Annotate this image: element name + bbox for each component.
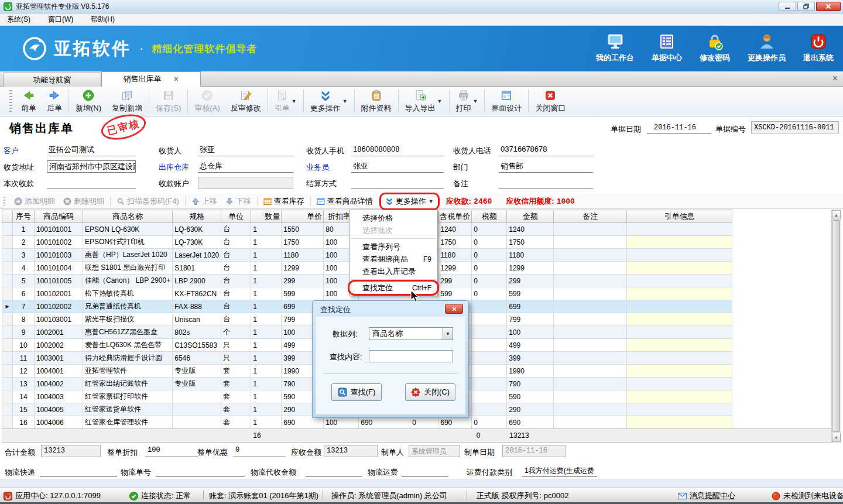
tab-close-icon[interactable] [173, 76, 179, 82]
table-cell[interactable] [554, 403, 627, 416]
toolbar-button[interactable]: 导入导出▼ [400, 87, 448, 116]
table-cell[interactable]: 1750 [282, 236, 324, 249]
toolbar-button[interactable]: 更多操作▼ [305, 87, 353, 116]
table-cell[interactable] [627, 365, 732, 378]
table-cell[interactable]: 799 [507, 313, 554, 326]
field-value[interactable]: 亚拓公司测试 [47, 144, 136, 156]
table-cell[interactable] [554, 365, 627, 378]
table-cell[interactable]: 台 [221, 275, 251, 287]
table-cell[interactable]: 100101004 [35, 262, 83, 275]
table-cell[interactable] [627, 223, 732, 236]
table-cell[interactable]: 100102001 [35, 287, 83, 300]
table-cell[interactable] [472, 352, 507, 365]
table-cell[interactable] [554, 223, 627, 236]
table-cell[interactable]: 套 [221, 403, 251, 416]
table-cell[interactable]: 790 [507, 378, 554, 390]
table-cell[interactable]: 套 [221, 390, 251, 403]
close-button[interactable] [816, 2, 841, 11]
column-header[interactable]: 商品编码 [35, 210, 83, 223]
table-cell[interactable] [627, 390, 732, 403]
field-label-link[interactable]: 业务员 [306, 162, 329, 173]
table-cell[interactable]: 1550 [282, 223, 324, 236]
field-value[interactable] [351, 177, 444, 189]
table-cell[interactable]: 亚拓管理软件 [83, 365, 173, 378]
table-cell[interactable]: Uniscan [173, 313, 221, 326]
field-value[interactable]: 销售部 [499, 160, 593, 173]
field-value[interactable]: 18608080808 [351, 144, 444, 156]
table-cell[interactable] [627, 339, 732, 352]
footer-field[interactable]: 1我方付运费(生成运费 [522, 465, 597, 477]
table-cell[interactable]: 100 [507, 326, 554, 339]
table-cell[interactable]: 100101005 [35, 275, 83, 287]
table-cell[interactable]: 台 [221, 262, 251, 275]
field-value[interactable]: 张亚 [351, 160, 444, 173]
table-cell[interactable]: 0 [472, 262, 507, 275]
table-cell[interactable]: 红管家送货单软件 [83, 403, 173, 416]
table-cell[interactable]: 6 [13, 287, 35, 300]
footer-field[interactable] [40, 465, 117, 477]
table-cell[interactable]: 16 [13, 416, 35, 429]
toolbar-button[interactable]: 反审修改 [225, 87, 266, 116]
toolbar-button[interactable]: 界面设计 [486, 87, 527, 116]
table-cell[interactable]: 802s [173, 326, 221, 339]
table-cell[interactable]: 1004002 [35, 378, 83, 390]
table-cell[interactable] [554, 416, 627, 429]
table-cell[interactable]: 399 [507, 352, 554, 365]
table-cell[interactable]: 100102002 [35, 300, 83, 313]
table-cell[interactable]: 台 [221, 236, 251, 249]
scroll-down-icon[interactable]: ▼ [832, 433, 841, 442]
table-cell[interactable]: EPSON针式打印机 [83, 236, 173, 249]
table-cell[interactable] [554, 378, 627, 390]
table-cell[interactable]: 1 [251, 262, 282, 275]
statusbar-item[interactable]: 消息提醒中心 [678, 491, 735, 501]
table-cell[interactable]: 1004006 [35, 416, 83, 429]
table-cell[interactable]: 1990 [507, 365, 554, 378]
table-cell[interactable]: 1750 [438, 236, 472, 249]
table-cell[interactable]: 1 [251, 249, 282, 262]
table-cell[interactable] [627, 300, 732, 313]
column-header[interactable]: 数量 [251, 210, 282, 223]
table-cell[interactable]: 台 [221, 223, 251, 236]
column-header[interactable]: 税额 [472, 210, 507, 223]
table-cell[interactable]: 1 [251, 403, 282, 416]
doc-date-value[interactable]: 2016-11-16 [647, 122, 711, 133]
table-cell[interactable]: 0 [472, 275, 507, 287]
table-cell[interactable]: KX-FT862CN [173, 287, 221, 300]
context-menu-item[interactable]: 查看序列号 [349, 241, 437, 253]
table-cell[interactable] [472, 378, 507, 390]
table-cell[interactable]: 15 [13, 403, 35, 416]
table-cell[interactable] [554, 339, 627, 352]
table-cell[interactable]: 1299 [438, 262, 472, 275]
table-cell[interactable]: 台 [221, 300, 251, 313]
table-cell[interactable]: 1 [251, 236, 282, 249]
table-cell[interactable]: 14 [13, 390, 35, 403]
table-cell[interactable] [472, 390, 507, 403]
find-button[interactable]: 查找(F) [331, 383, 382, 401]
table-cell[interactable]: 1004003 [35, 390, 83, 403]
table-cell[interactable]: 499 [507, 339, 554, 352]
table-cell[interactable]: 12 [13, 365, 35, 378]
table-cell[interactable]: 6546 [173, 352, 221, 365]
table-cell[interactable]: 0 [472, 249, 507, 262]
table-cell[interactable] [554, 275, 627, 287]
footer-field[interactable] [306, 465, 362, 477]
banner-action[interactable]: 我的工作台 [596, 33, 634, 63]
table-cell[interactable]: 1 [251, 352, 282, 365]
table-cell[interactable]: 11 [13, 352, 35, 365]
table-cell[interactable] [472, 300, 507, 313]
table-cell[interactable]: 599 [507, 287, 554, 300]
table-cell[interactable] [627, 236, 732, 249]
table-cell[interactable]: 1003001 [35, 352, 83, 365]
table-cell[interactable]: 290 [507, 403, 554, 416]
footer-field[interactable]: 100 [145, 445, 198, 457]
table-cell[interactable]: 590 [507, 390, 554, 403]
table-cell[interactable]: LQ-730K [173, 236, 221, 249]
table-cell[interactable]: 1299 [282, 262, 324, 275]
column-header[interactable]: 序号 [13, 210, 35, 223]
table-cell[interactable]: 惠普（HP）LaserJet 1020 [83, 249, 173, 262]
table-cell[interactable]: 只 [221, 339, 251, 352]
table-cell[interactable] [627, 275, 732, 287]
column-header[interactable]: 备注 [554, 210, 627, 223]
table-cell[interactable]: 台 [221, 287, 251, 300]
banner-action[interactable]: 修改密码 [700, 33, 730, 63]
